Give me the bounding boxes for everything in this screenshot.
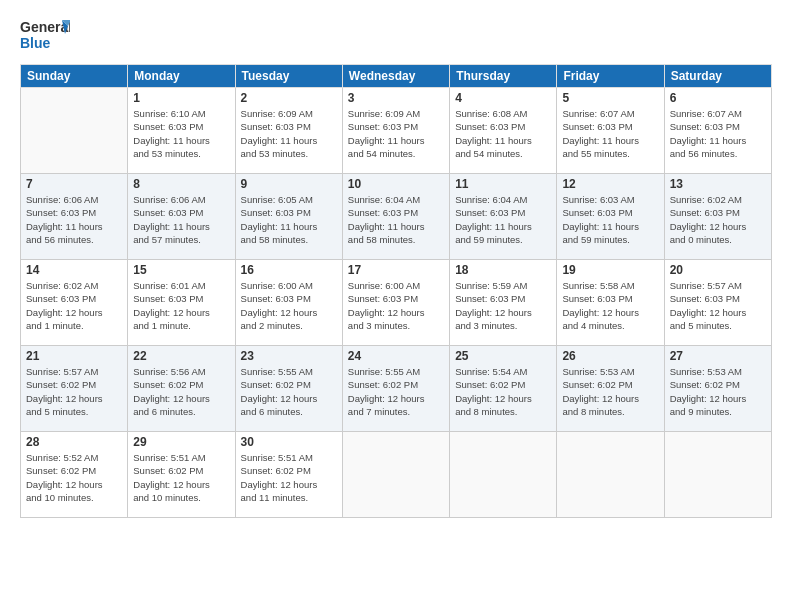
- day-number: 3: [348, 91, 444, 105]
- day-info: Sunrise: 6:07 AM Sunset: 6:03 PM Dayligh…: [670, 107, 766, 160]
- day-number: 10: [348, 177, 444, 191]
- day-number: 11: [455, 177, 551, 191]
- calendar-col-header: Thursday: [450, 65, 557, 88]
- calendar-cell: [664, 432, 771, 518]
- day-info: Sunrise: 5:56 AM Sunset: 6:02 PM Dayligh…: [133, 365, 229, 418]
- day-number: 22: [133, 349, 229, 363]
- calendar-cell: 25Sunrise: 5:54 AM Sunset: 6:02 PM Dayli…: [450, 346, 557, 432]
- calendar-week-row: 28Sunrise: 5:52 AM Sunset: 6:02 PM Dayli…: [21, 432, 772, 518]
- day-number: 28: [26, 435, 122, 449]
- day-info: Sunrise: 6:10 AM Sunset: 6:03 PM Dayligh…: [133, 107, 229, 160]
- day-info: Sunrise: 6:04 AM Sunset: 6:03 PM Dayligh…: [348, 193, 444, 246]
- calendar-cell: 19Sunrise: 5:58 AM Sunset: 6:03 PM Dayli…: [557, 260, 664, 346]
- day-info: Sunrise: 5:57 AM Sunset: 6:02 PM Dayligh…: [26, 365, 122, 418]
- calendar-cell: 3Sunrise: 6:09 AM Sunset: 6:03 PM Daylig…: [342, 88, 449, 174]
- day-number: 15: [133, 263, 229, 277]
- svg-text:Blue: Blue: [20, 35, 51, 51]
- calendar-cell: 24Sunrise: 5:55 AM Sunset: 6:02 PM Dayli…: [342, 346, 449, 432]
- day-number: 17: [348, 263, 444, 277]
- day-number: 6: [670, 91, 766, 105]
- calendar-cell: 16Sunrise: 6:00 AM Sunset: 6:03 PM Dayli…: [235, 260, 342, 346]
- day-info: Sunrise: 6:06 AM Sunset: 6:03 PM Dayligh…: [133, 193, 229, 246]
- day-number: 29: [133, 435, 229, 449]
- day-number: 23: [241, 349, 337, 363]
- calendar: SundayMondayTuesdayWednesdayThursdayFrid…: [20, 64, 772, 518]
- day-number: 4: [455, 91, 551, 105]
- calendar-cell: 9Sunrise: 6:05 AM Sunset: 6:03 PM Daylig…: [235, 174, 342, 260]
- day-number: 1: [133, 91, 229, 105]
- day-number: 13: [670, 177, 766, 191]
- calendar-cell: [342, 432, 449, 518]
- calendar-cell: 17Sunrise: 6:00 AM Sunset: 6:03 PM Dayli…: [342, 260, 449, 346]
- calendar-cell: [557, 432, 664, 518]
- calendar-cell: 1Sunrise: 6:10 AM Sunset: 6:03 PM Daylig…: [128, 88, 235, 174]
- calendar-cell: 2Sunrise: 6:09 AM Sunset: 6:03 PM Daylig…: [235, 88, 342, 174]
- day-number: 14: [26, 263, 122, 277]
- day-number: 16: [241, 263, 337, 277]
- calendar-col-header: Saturday: [664, 65, 771, 88]
- day-info: Sunrise: 6:02 AM Sunset: 6:03 PM Dayligh…: [26, 279, 122, 332]
- day-number: 7: [26, 177, 122, 191]
- day-number: 24: [348, 349, 444, 363]
- day-info: Sunrise: 5:57 AM Sunset: 6:03 PM Dayligh…: [670, 279, 766, 332]
- calendar-col-header: Wednesday: [342, 65, 449, 88]
- day-info: Sunrise: 5:59 AM Sunset: 6:03 PM Dayligh…: [455, 279, 551, 332]
- day-info: Sunrise: 5:53 AM Sunset: 6:02 PM Dayligh…: [562, 365, 658, 418]
- calendar-week-row: 14Sunrise: 6:02 AM Sunset: 6:03 PM Dayli…: [21, 260, 772, 346]
- day-info: Sunrise: 6:00 AM Sunset: 6:03 PM Dayligh…: [348, 279, 444, 332]
- calendar-col-header: Sunday: [21, 65, 128, 88]
- day-number: 25: [455, 349, 551, 363]
- calendar-cell: 13Sunrise: 6:02 AM Sunset: 6:03 PM Dayli…: [664, 174, 771, 260]
- calendar-cell: 26Sunrise: 5:53 AM Sunset: 6:02 PM Dayli…: [557, 346, 664, 432]
- calendar-cell: 20Sunrise: 5:57 AM Sunset: 6:03 PM Dayli…: [664, 260, 771, 346]
- calendar-col-header: Tuesday: [235, 65, 342, 88]
- calendar-col-header: Monday: [128, 65, 235, 88]
- day-info: Sunrise: 6:07 AM Sunset: 6:03 PM Dayligh…: [562, 107, 658, 160]
- calendar-cell: 23Sunrise: 5:55 AM Sunset: 6:02 PM Dayli…: [235, 346, 342, 432]
- calendar-cell: 30Sunrise: 5:51 AM Sunset: 6:02 PM Dayli…: [235, 432, 342, 518]
- calendar-header-row: SundayMondayTuesdayWednesdayThursdayFrid…: [21, 65, 772, 88]
- calendar-cell: 22Sunrise: 5:56 AM Sunset: 6:02 PM Dayli…: [128, 346, 235, 432]
- calendar-cell: 29Sunrise: 5:51 AM Sunset: 6:02 PM Dayli…: [128, 432, 235, 518]
- day-info: Sunrise: 5:58 AM Sunset: 6:03 PM Dayligh…: [562, 279, 658, 332]
- day-info: Sunrise: 6:09 AM Sunset: 6:03 PM Dayligh…: [348, 107, 444, 160]
- calendar-cell: 27Sunrise: 5:53 AM Sunset: 6:02 PM Dayli…: [664, 346, 771, 432]
- calendar-cell: 10Sunrise: 6:04 AM Sunset: 6:03 PM Dayli…: [342, 174, 449, 260]
- day-info: Sunrise: 6:02 AM Sunset: 6:03 PM Dayligh…: [670, 193, 766, 246]
- calendar-cell: 7Sunrise: 6:06 AM Sunset: 6:03 PM Daylig…: [21, 174, 128, 260]
- day-info: Sunrise: 6:04 AM Sunset: 6:03 PM Dayligh…: [455, 193, 551, 246]
- calendar-cell: [450, 432, 557, 518]
- calendar-week-row: 21Sunrise: 5:57 AM Sunset: 6:02 PM Dayli…: [21, 346, 772, 432]
- calendar-cell: 14Sunrise: 6:02 AM Sunset: 6:03 PM Dayli…: [21, 260, 128, 346]
- day-info: Sunrise: 6:03 AM Sunset: 6:03 PM Dayligh…: [562, 193, 658, 246]
- day-number: 9: [241, 177, 337, 191]
- calendar-week-row: 7Sunrise: 6:06 AM Sunset: 6:03 PM Daylig…: [21, 174, 772, 260]
- calendar-cell: 5Sunrise: 6:07 AM Sunset: 6:03 PM Daylig…: [557, 88, 664, 174]
- day-info: Sunrise: 6:06 AM Sunset: 6:03 PM Dayligh…: [26, 193, 122, 246]
- day-number: 26: [562, 349, 658, 363]
- day-info: Sunrise: 5:55 AM Sunset: 6:02 PM Dayligh…: [348, 365, 444, 418]
- calendar-cell: 11Sunrise: 6:04 AM Sunset: 6:03 PM Dayli…: [450, 174, 557, 260]
- day-number: 2: [241, 91, 337, 105]
- day-number: 12: [562, 177, 658, 191]
- day-info: Sunrise: 5:51 AM Sunset: 6:02 PM Dayligh…: [133, 451, 229, 504]
- calendar-cell: 21Sunrise: 5:57 AM Sunset: 6:02 PM Dayli…: [21, 346, 128, 432]
- day-info: Sunrise: 6:09 AM Sunset: 6:03 PM Dayligh…: [241, 107, 337, 160]
- calendar-cell: 12Sunrise: 6:03 AM Sunset: 6:03 PM Dayli…: [557, 174, 664, 260]
- day-info: Sunrise: 6:05 AM Sunset: 6:03 PM Dayligh…: [241, 193, 337, 246]
- day-number: 19: [562, 263, 658, 277]
- day-info: Sunrise: 6:00 AM Sunset: 6:03 PM Dayligh…: [241, 279, 337, 332]
- calendar-cell: 4Sunrise: 6:08 AM Sunset: 6:03 PM Daylig…: [450, 88, 557, 174]
- day-number: 5: [562, 91, 658, 105]
- calendar-cell: 6Sunrise: 6:07 AM Sunset: 6:03 PM Daylig…: [664, 88, 771, 174]
- calendar-cell: 15Sunrise: 6:01 AM Sunset: 6:03 PM Dayli…: [128, 260, 235, 346]
- day-info: Sunrise: 5:54 AM Sunset: 6:02 PM Dayligh…: [455, 365, 551, 418]
- day-number: 20: [670, 263, 766, 277]
- day-info: Sunrise: 6:08 AM Sunset: 6:03 PM Dayligh…: [455, 107, 551, 160]
- header: General Blue: [20, 16, 772, 54]
- day-number: 8: [133, 177, 229, 191]
- day-info: Sunrise: 6:01 AM Sunset: 6:03 PM Dayligh…: [133, 279, 229, 332]
- day-number: 30: [241, 435, 337, 449]
- calendar-cell: 28Sunrise: 5:52 AM Sunset: 6:02 PM Dayli…: [21, 432, 128, 518]
- day-info: Sunrise: 5:52 AM Sunset: 6:02 PM Dayligh…: [26, 451, 122, 504]
